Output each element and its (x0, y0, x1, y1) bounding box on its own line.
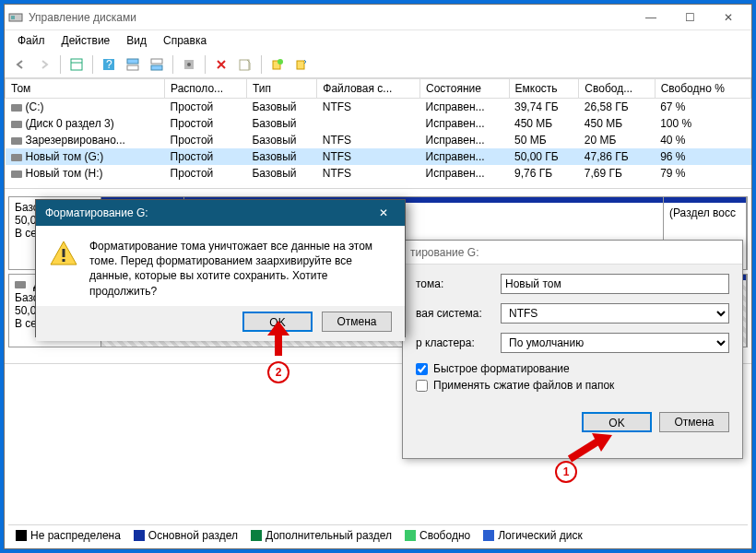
new-button[interactable] (267, 54, 288, 75)
col-layout[interactable]: Располо... (165, 79, 247, 99)
format-dialog[interactable]: тирование G: тома: вая система: NTFS р к… (402, 240, 743, 459)
col-type[interactable]: Тип (246, 79, 316, 99)
refresh-button[interactable] (291, 54, 312, 75)
svg-rect-16 (63, 249, 65, 257)
svg-rect-8 (151, 59, 162, 64)
legend-unallocated: Не распределена (16, 529, 121, 542)
svg-text:?: ? (106, 58, 112, 71)
volume-name-label: тома: (416, 277, 501, 290)
col-capacity[interactable]: Емкость (509, 79, 579, 99)
col-state[interactable]: Состояние (420, 79, 509, 99)
menu-view[interactable]: Вид (119, 32, 154, 49)
warning-icon (49, 239, 78, 268)
svg-rect-1 (11, 16, 15, 19)
format-cancel-button[interactable]: Отмена (659, 412, 729, 432)
settings-button[interactable] (179, 54, 199, 75)
table-row[interactable]: (Диск 0 раздел 3)ПростойБазовыйИсправен.… (6, 115, 751, 132)
menu-file[interactable]: Файл (10, 32, 53, 49)
cluster-size-select[interactable]: По умолчанию (501, 333, 729, 353)
window-title: Управление дисками (29, 11, 632, 24)
svg-rect-15 (297, 61, 304, 69)
cluster-size-label: р кластера: (416, 336, 501, 349)
menu-help[interactable]: Справка (156, 32, 214, 49)
svg-point-11 (187, 63, 191, 66)
format-dialog-titlebar[interactable]: тирование G: (403, 241, 742, 265)
confirm-dialog-titlebar[interactable]: Форматирование G: ✕ (36, 200, 405, 226)
col-volume[interactable]: Том (6, 79, 165, 99)
confirm-message: Форматирование тома уничтожает все данны… (89, 239, 392, 299)
svg-rect-9 (151, 65, 162, 70)
toolbar: ? (5, 51, 751, 78)
compress-label: Применять сжатие файлов и папок (433, 379, 614, 392)
compress-checkbox[interactable] (416, 380, 428, 392)
legend-logical: Логический диск (483, 529, 583, 542)
delete-button[interactable] (211, 54, 231, 75)
table-row[interactable]: (C:)ПростойБазовыйNTFSИсправен...39,74 Г… (6, 99, 751, 116)
col-fs[interactable]: Файловая с... (317, 79, 420, 99)
view-top-button[interactable] (123, 54, 143, 75)
svg-rect-2 (71, 59, 82, 70)
menubar: Файл Действие Вид Справка (5, 30, 751, 51)
quick-format-checkbox[interactable] (416, 363, 428, 375)
table-row[interactable]: Зарезервировано...ПростойБазовыйNTFSИспр… (6, 132, 751, 148)
minimize-button[interactable]: — (632, 6, 670, 29)
svg-rect-6 (127, 59, 138, 64)
legend-free: Свободно (405, 529, 470, 542)
confirm-dialog-title: Форматирование G: (45, 206, 372, 219)
confirm-dialog[interactable]: Форматирование G: ✕ Форматирование тома … (35, 199, 406, 337)
quick-format-label: Быстрое форматирование (433, 362, 570, 375)
table-row[interactable]: Новый том (H:)ПростойБазовыйNTFSИсправен… (6, 165, 751, 182)
filesystem-label: вая система: (416, 307, 501, 320)
legend: Не распределена Основной раздел Дополнит… (8, 524, 748, 545)
svg-point-14 (278, 59, 283, 65)
table-row[interactable]: Новый том (G:)ПростойБазовыйNTFSИсправен… (6, 148, 751, 165)
confirm-cancel-button[interactable]: Отмена (322, 312, 392, 332)
filesystem-select[interactable]: NTFS (501, 303, 729, 324)
forward-button[interactable] (34, 54, 54, 75)
close-button[interactable]: ✕ (709, 6, 748, 29)
svg-rect-17 (63, 259, 65, 262)
view-bottom-button[interactable] (147, 54, 167, 75)
confirm-close-button[interactable]: ✕ (372, 206, 396, 219)
col-freepct[interactable]: Свободно % (655, 79, 750, 99)
back-button[interactable] (10, 54, 30, 75)
svg-rect-7 (127, 65, 138, 70)
maximize-button[interactable]: ☐ (670, 6, 709, 29)
menu-action[interactable]: Действие (54, 32, 118, 49)
svg-rect-12 (240, 60, 249, 70)
help-button[interactable]: ? (99, 54, 119, 75)
confirm-ok-button[interactable]: OK (242, 312, 313, 332)
col-free[interactable]: Свобод... (579, 79, 655, 99)
properties-button[interactable] (235, 54, 255, 75)
format-ok-button[interactable]: OK (582, 412, 652, 432)
legend-extended: Дополнительный раздел (251, 529, 392, 542)
titlebar[interactable]: Управление дисками — ☐ ✕ (5, 5, 751, 30)
view-list-button[interactable] (66, 54, 87, 75)
volume-name-field[interactable] (501, 274, 729, 294)
legend-primary: Основной раздел (134, 529, 238, 542)
volume-table[interactable]: Том Располо... Тип Файловая с... Состоян… (5, 78, 751, 189)
format-dialog-title: тирование G: (410, 246, 478, 259)
app-icon (8, 10, 23, 25)
